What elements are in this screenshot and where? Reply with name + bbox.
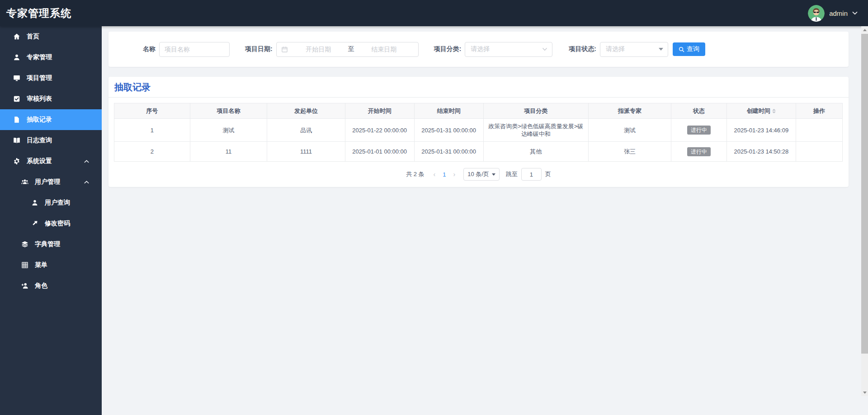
sidebar-item-extraction-records[interactable]: 抽取记录 [0, 109, 102, 130]
page-title: 抽取记录 [114, 82, 151, 92]
sidebar-item-menu[interactable]: 菜单 [0, 255, 102, 275]
col-end-time: 结束时间 [414, 103, 483, 119]
sort-caret-icon [772, 109, 776, 113]
table-header-row: 序号 项目名称 发起单位 开始时间 结束时间 项目分类 指派专家 状态 创建时间… [114, 103, 843, 119]
cell-category: 其他 [483, 142, 588, 162]
sidebar-item-home[interactable]: 首页 [0, 26, 102, 47]
cell-start-time: 2025-01-22 00:00:00 [345, 119, 414, 142]
user-menu[interactable]: admin [808, 5, 858, 22]
status-select[interactable]: 请选择 [600, 42, 668, 57]
col-status: 状态 [671, 103, 726, 119]
start-date-input[interactable] [289, 46, 348, 53]
status-badge: 进行中 [687, 147, 711, 156]
col-project-name: 项目名称 [190, 103, 267, 119]
status-select-placeholder: 请选择 [606, 45, 625, 53]
vertical-scrollbar[interactable] [861, 26, 868, 396]
category-select[interactable]: 请选择 [465, 42, 552, 57]
cell-no: 2 [114, 142, 190, 162]
cell-actions [796, 119, 842, 142]
sidebar-item-label: 字典管理 [35, 240, 60, 248]
sidebar-item-label: 用户查询 [45, 199, 70, 207]
sidebar-item-label: 系统设置 [27, 157, 52, 165]
sidebar-item-label: 菜单 [35, 261, 47, 269]
layers-icon [21, 241, 28, 248]
records-panel: 抽取记录 序号 项目名称 发起单位 开始时间 结束时间 项目分类 [108, 77, 849, 187]
users-icon [21, 178, 28, 186]
calendar-icon [281, 46, 288, 53]
sidebar-item-label: 用户管理 [35, 178, 60, 186]
cell-end-time: 2025-01-31 00:00:00 [414, 119, 483, 142]
table-row: 1 测试 品讯 2025-01-22 00:00:00 2025-01-31 0… [114, 119, 843, 142]
chevron-up-icon [84, 181, 89, 184]
scroll-down-button[interactable] [861, 389, 868, 396]
sidebar-item-user-query[interactable]: 用户查询 [0, 192, 102, 213]
prev-page-button[interactable]: ‹ [430, 171, 439, 178]
sidebar-item-label: 日志查询 [27, 136, 52, 145]
scrollbar-thumb[interactable] [861, 34, 868, 354]
caret-down-icon [659, 48, 663, 51]
date-range-picker[interactable]: 至 [276, 42, 419, 57]
category-select-placeholder: 请选择 [471, 45, 490, 53]
category-filter-label: 项目分类: [434, 45, 462, 53]
total-count: 共 2 条 [406, 170, 424, 178]
status-badge: 进行中 [687, 126, 711, 135]
main-content: 名称 项目日期: 至 项目分类: 请选择 项目状态: 请选择 [102, 26, 861, 415]
sidebar-item-label: 修改密码 [45, 219, 70, 228]
chevron-up-icon [84, 160, 89, 163]
end-date-input[interactable] [354, 46, 414, 53]
username: admin [829, 9, 848, 17]
sidebar-item-change-password[interactable]: 修改密码 [0, 213, 102, 234]
sidebar-item-roles[interactable]: 角色 [0, 275, 102, 296]
home-icon [13, 33, 20, 41]
col-created-time[interactable]: 创建时间 [726, 103, 796, 119]
sidebar-item-label: 专家管理 [27, 53, 52, 61]
triangle-down-icon [863, 392, 867, 394]
cell-project-name: 11 [190, 142, 267, 162]
cell-start-time: 2025-01-01 00:00:00 [345, 142, 414, 162]
sidebar-item-user-management[interactable]: 用户管理 [0, 172, 102, 192]
monitor-icon [13, 75, 20, 82]
cell-org: 1111 [267, 142, 345, 162]
user-icon [31, 199, 38, 207]
table-row: 2 11 1111 2025-01-01 00:00:00 2025-01-31… [114, 142, 843, 162]
sidebar-item-label: 项目管理 [27, 74, 52, 82]
sidebar-item-audit[interactable]: 审核列表 [0, 89, 102, 109]
chevron-down-icon [542, 47, 547, 51]
sidebar-item-dictionary[interactable]: 字典管理 [0, 234, 102, 255]
jump-page-input[interactable] [521, 168, 542, 181]
gear-icon [13, 158, 20, 165]
cell-status: 进行中 [671, 119, 726, 142]
records-table: 序号 项目名称 发起单位 开始时间 结束时间 项目分类 指派专家 状态 创建时间… [114, 103, 843, 162]
page-number-1[interactable]: 1 [439, 171, 449, 178]
sidebar-item-logs[interactable]: 日志查询 [0, 130, 102, 151]
audit-check-icon [13, 95, 20, 103]
pagination: 共 2 条 ‹ 1 › 10 条/页 跳至 页 [108, 168, 849, 181]
cell-expert: 张三 [588, 142, 671, 162]
cell-status: 进行中 [671, 142, 726, 162]
avatar [808, 5, 825, 22]
sidebar-item-experts[interactable]: 专家管理 [0, 47, 102, 68]
sidebar-item-projects[interactable]: 项目管理 [0, 68, 102, 89]
arrow-icon [31, 220, 38, 228]
sidebar-item-system-settings[interactable]: 系统设置 [0, 151, 102, 172]
log-book-icon [13, 137, 20, 145]
sidebar-item-label: 审核列表 [27, 95, 52, 103]
jump-page-suffix: 页 [545, 170, 551, 178]
next-page-button[interactable]: › [450, 171, 459, 178]
caret-down-icon [492, 173, 495, 176]
sidebar-item-label: 角色 [35, 282, 47, 290]
cell-category: 政策咨询类>绿色低碳高质量发展>碳达峰碳中和 [483, 119, 588, 142]
expert-icon [13, 54, 20, 61]
cell-expert: 测试 [588, 119, 671, 142]
search-button[interactable]: 查询 [673, 42, 705, 56]
name-filter-label: 名称 [143, 45, 156, 53]
chevron-down-icon [852, 11, 858, 15]
app-title: 专家管理系统 [6, 6, 71, 20]
name-filter-input[interactable] [159, 42, 230, 57]
col-org: 发起单位 [267, 103, 345, 119]
cell-project-name: 测试 [190, 119, 267, 142]
page-size-select[interactable]: 10 条/页 [463, 168, 500, 181]
search-icon [679, 47, 684, 52]
jump-to-label: 跳至 [506, 170, 518, 178]
scroll-up-button[interactable] [861, 26, 868, 33]
